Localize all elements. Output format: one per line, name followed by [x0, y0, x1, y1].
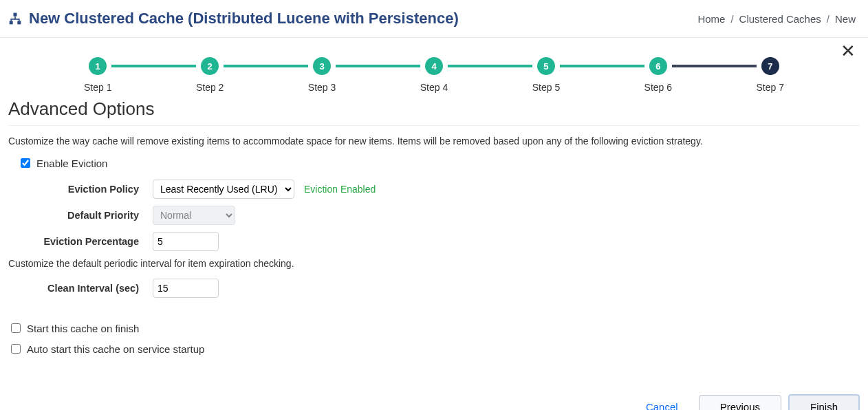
step-circle-2: 2: [201, 57, 219, 75]
auto-start-row[interactable]: Auto start this cache on service startup: [8, 342, 860, 356]
step-2[interactable]: 2 Step 2: [196, 57, 224, 93]
auto-start-label: Auto start this cache on service startup: [27, 343, 204, 355]
step-label-2: Step 2: [196, 82, 224, 93]
svg-rect-1: [10, 21, 13, 24]
step-label-5: Step 5: [532, 82, 560, 93]
eviction-percentage-row: Eviction Percentage: [8, 232, 860, 251]
step-label-7: Step 7: [757, 82, 784, 93]
header-left: New Clustered Cache (Distributed Lucene …: [8, 10, 459, 28]
step-label-3: Step 3: [308, 82, 336, 93]
step-line-pending: [672, 65, 756, 67]
footer: Cancel Previous Finish: [8, 394, 860, 410]
page-header: New Clustered Cache (Distributed Lucene …: [0, 0, 868, 38]
breadcrumb: Home / Clustered Caches / New: [697, 13, 856, 25]
eviction-percentage-input[interactable]: [153, 232, 219, 251]
step-6[interactable]: 6 Step 6: [644, 57, 672, 93]
sitemap-icon: [8, 12, 22, 25]
breadcrumb-home[interactable]: Home: [697, 13, 725, 25]
step-line: [111, 65, 195, 67]
svg-rect-2: [17, 21, 21, 24]
step-circle-4: 4: [425, 57, 443, 75]
breadcrumb-current: New: [835, 13, 856, 25]
section-title: Advanced Options: [8, 98, 860, 126]
content: ✕ 1 Step 1 2 Step 2 3 Step 3 4 Step 4 5 …: [0, 38, 868, 410]
step-circle-7: 7: [761, 57, 779, 75]
bottom-checks: Start this cache on finish Auto start th…: [8, 321, 860, 356]
stepper: 1 Step 1 2 Step 2 3 Step 3 4 Step 4 5 St…: [84, 57, 784, 93]
step-label-1: Step 1: [84, 82, 111, 93]
breadcrumb-sep: /: [730, 13, 733, 25]
breadcrumb-caches[interactable]: Clustered Caches: [739, 13, 821, 25]
eviction-enabled-hint: Eviction Enabled: [304, 184, 376, 195]
step-circle-5: 5: [537, 57, 555, 75]
interval-description: Customize the default periodic interval …: [8, 258, 860, 269]
eviction-policy-select[interactable]: Least Recently Used (LRU): [153, 180, 294, 199]
enable-eviction-label: Enable Eviction: [36, 158, 107, 169]
clean-interval-row: Clean Interval (sec): [8, 279, 860, 298]
eviction-policy-row: Eviction Policy Least Recently Used (LRU…: [8, 180, 860, 199]
start-on-finish-label: Start this cache on finish: [27, 323, 139, 334]
step-line: [560, 65, 644, 67]
eviction-percentage-label: Eviction Percentage: [8, 236, 153, 247]
clean-interval-input[interactable]: [153, 279, 219, 298]
previous-button[interactable]: Previous: [699, 395, 781, 410]
eviction-policy-label: Eviction Policy: [8, 184, 153, 195]
default-priority-select: Normal: [153, 206, 235, 225]
finish-button[interactable]: Finish: [788, 394, 860, 410]
enable-eviction-row[interactable]: Enable Eviction: [18, 156, 860, 170]
step-7[interactable]: 7 Step 7: [757, 57, 784, 93]
close-icon[interactable]: ✕: [840, 42, 856, 60]
cancel-link[interactable]: Cancel: [646, 401, 678, 410]
eviction-description: Customize the way cache will remove exis…: [8, 136, 860, 147]
step-circle-6: 6: [649, 57, 667, 75]
start-on-finish-checkbox[interactable]: [11, 323, 21, 333]
step-label-6: Step 6: [644, 82, 672, 93]
step-circle-3: 3: [313, 57, 331, 75]
auto-start-checkbox[interactable]: [11, 344, 21, 354]
default-priority-row: Default Priority Normal: [8, 206, 860, 225]
breadcrumb-sep: /: [827, 13, 829, 25]
step-line: [224, 65, 307, 67]
start-on-finish-row[interactable]: Start this cache on finish: [8, 321, 860, 335]
step-line: [448, 65, 532, 67]
step-label-4: Step 4: [420, 82, 448, 93]
step-5[interactable]: 5 Step 5: [532, 57, 560, 93]
page-title: New Clustered Cache (Distributed Lucene …: [29, 10, 459, 28]
svg-rect-0: [14, 13, 17, 17]
step-circle-1: 1: [89, 57, 107, 75]
step-4[interactable]: 4 Step 4: [420, 57, 448, 93]
clean-interval-label: Clean Interval (sec): [8, 283, 153, 294]
default-priority-label: Default Priority: [8, 210, 153, 221]
step-line: [336, 65, 420, 67]
step-3[interactable]: 3 Step 3: [308, 57, 336, 93]
enable-eviction-checkbox[interactable]: [21, 158, 30, 168]
step-1[interactable]: 1 Step 1: [84, 57, 111, 93]
